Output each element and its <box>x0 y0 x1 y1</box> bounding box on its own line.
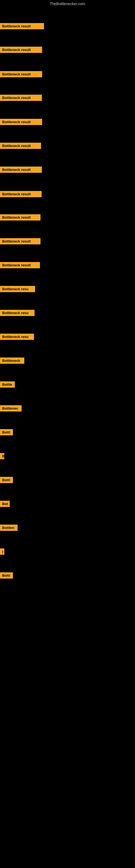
bottleneck-result-bar: Bottleneck result <box>0 23 44 29</box>
bottleneck-result-bar: Bottleneck result <box>0 214 41 220</box>
bottleneck-result-bar: Bottleneck result <box>0 71 42 77</box>
bottleneck-result-bar: Bottleneck result <box>0 238 41 244</box>
bottleneck-result-bar: Bottleneck result <box>0 46 42 53</box>
bottleneck-result-bar: Bot <box>0 501 10 507</box>
bottleneck-result-bar: Bottleneck resu <box>0 334 34 340</box>
bottleneck-result-bar: Bottleneck result <box>0 262 40 268</box>
bottleneck-result-bar: Bottleneck <box>0 358 24 364</box>
bottleneck-result-bar: Bottl <box>0 572 13 579</box>
bottleneck-result-bar: Bottleneck resu <box>0 310 35 316</box>
bottleneck-result-bar: Bottleneck result <box>0 143 41 149</box>
bottleneck-result-bar: Bottleneck result <box>0 95 42 101</box>
bottleneck-result-bar: Bottleneck result <box>0 191 42 197</box>
site-title: TheBottlenecker.com <box>0 0 135 8</box>
bottleneck-result-bar: Bottl <box>0 429 13 435</box>
bottleneck-result-bar: B <box>0 453 4 459</box>
bottleneck-result-bar: Bottleneck result <box>0 119 42 125</box>
bottleneck-result-bar: Bottleneck result <box>0 166 42 173</box>
bottleneck-result-bar: Bottlen <box>0 525 17 531</box>
bottleneck-result-bar: Bottleneck resu <box>0 286 35 292</box>
bottleneck-result-bar: Bottl <box>0 477 13 483</box>
bottleneck-result-bar: Bottle <box>0 381 15 388</box>
bottleneck-result-bar: Bottlenec <box>0 405 21 411</box>
bottleneck-result-bar: | <box>0 549 4 555</box>
